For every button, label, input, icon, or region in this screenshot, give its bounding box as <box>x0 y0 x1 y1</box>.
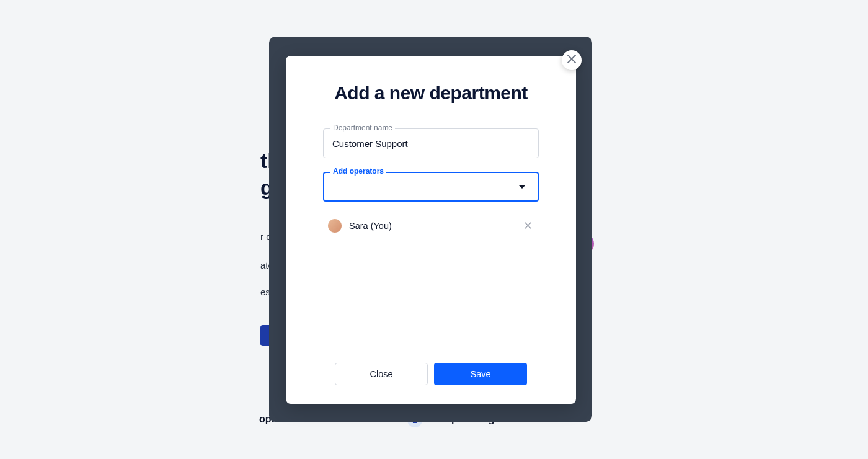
department-name-field: Department name <box>323 128 539 158</box>
remove-operator-button[interactable] <box>522 218 534 234</box>
dropdown-arrow-icon <box>519 185 525 189</box>
modal-form: Department name Add operators Sara (You) <box>286 104 576 363</box>
add-operators-field: Add operators <box>323 172 539 202</box>
add-department-modal: Add a new department Department name Add… <box>286 56 576 404</box>
modal-footer: Close Save <box>286 363 576 404</box>
close-icon <box>525 220 531 231</box>
add-operators-select[interactable] <box>323 172 539 202</box>
save-button[interactable]: Save <box>434 363 527 385</box>
operator-item: Sara (You) <box>323 215 539 236</box>
operator-name: Sara (You) <box>349 221 522 231</box>
avatar <box>328 219 342 233</box>
close-icon <box>567 55 576 66</box>
department-name-label: Department name <box>330 123 395 132</box>
close-button[interactable]: Close <box>335 363 428 385</box>
modal-title: Add a new department <box>286 82 576 104</box>
operator-list: Sara (You) <box>323 215 539 236</box>
add-operators-label: Add operators <box>330 167 386 176</box>
department-name-input[interactable] <box>323 128 539 158</box>
modal-close-button[interactable] <box>562 50 582 70</box>
